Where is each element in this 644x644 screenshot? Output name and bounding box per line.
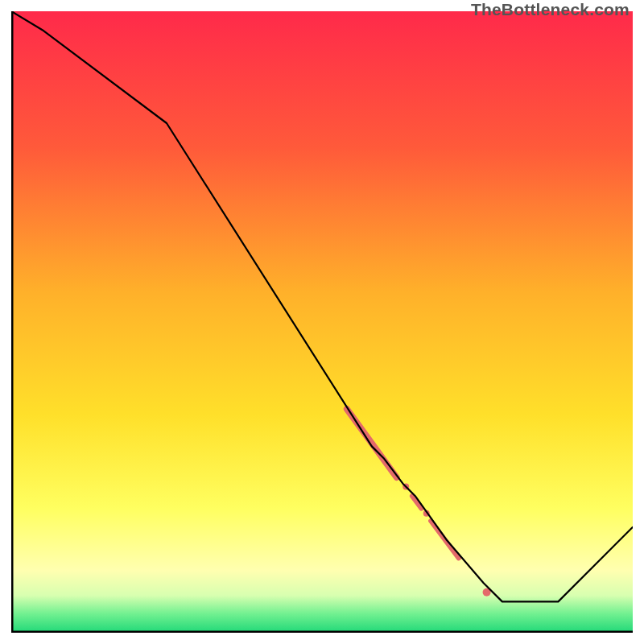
data-line (11, 11, 633, 601)
chart-overlay (11, 11, 633, 633)
chart-container: TheBottleneck.com (0, 0, 644, 644)
highlight-segment (431, 521, 459, 558)
watermark-text: TheBottleneck.com (471, 0, 630, 19)
plot-area (11, 11, 633, 633)
